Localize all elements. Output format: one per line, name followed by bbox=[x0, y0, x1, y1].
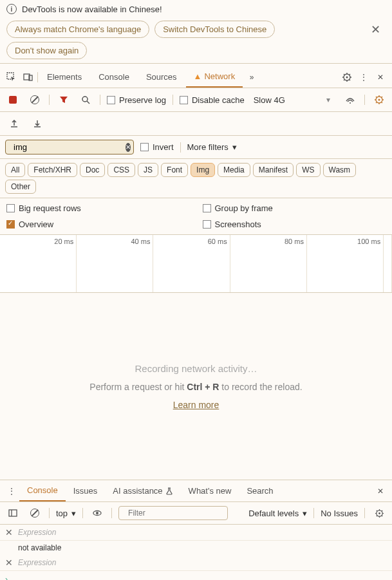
export-har-icon[interactable] bbox=[6, 116, 22, 131]
chip-css[interactable]: CSS bbox=[107, 163, 135, 177]
request-type-chips: AllFetch/XHRDocCSSJSFontImgMediaManifest… bbox=[0, 159, 392, 198]
svg-point-5 bbox=[82, 97, 88, 102]
recording-title: Recording network activity… bbox=[135, 363, 257, 374]
chevron-down-icon: ▾ bbox=[303, 509, 307, 518]
timeline-label: 40 ms bbox=[131, 238, 151, 245]
drawer-tab-issues[interactable]: Issues bbox=[66, 481, 106, 501]
svg-rect-10 bbox=[9, 510, 17, 516]
overview-checkbox[interactable]: Overview bbox=[6, 220, 190, 229]
record-button[interactable] bbox=[5, 92, 21, 108]
remove-expression-icon[interactable]: ✕ bbox=[5, 557, 13, 568]
learn-more-link[interactable]: Learn more bbox=[173, 400, 219, 410]
timeline-label: 100 ms bbox=[357, 238, 380, 245]
timeline-cell: 20 ms bbox=[0, 235, 77, 292]
tab-network[interactable]: ▲ Network bbox=[186, 66, 243, 88]
throttling-select[interactable]: Slow 4G bbox=[251, 94, 288, 106]
chip-img[interactable]: Img bbox=[191, 163, 215, 177]
console-settings-icon[interactable] bbox=[371, 505, 387, 521]
chevron-down-icon: ▾ bbox=[71, 509, 76, 518]
info-text: DevTools is now available in Chinese! bbox=[22, 5, 162, 14]
timeline-label: 60 ms bbox=[208, 238, 227, 245]
svg-point-9 bbox=[378, 99, 380, 101]
log-levels-select[interactable]: Default levels ▾ bbox=[248, 509, 307, 518]
always-match-language-button[interactable]: Always match Chrome's language bbox=[6, 21, 149, 38]
svg-line-6 bbox=[87, 101, 89, 104]
info-icon: i bbox=[6, 4, 17, 14]
throttle-dropdown-icon[interactable]: ▾ bbox=[321, 92, 336, 108]
more-tabs-icon[interactable]: » bbox=[244, 70, 259, 85]
timeline-overview[interactable]: 20 ms40 ms60 ms80 ms100 ms bbox=[0, 235, 392, 293]
filter-input[interactable] bbox=[14, 142, 122, 152]
close-infobar-icon[interactable]: ✕ bbox=[366, 23, 386, 37]
preserve-log-checkbox[interactable]: Preserve log bbox=[107, 95, 166, 105]
chip-fetch-xhr[interactable]: Fetch/XHR bbox=[28, 163, 77, 177]
console-toolbar: top ▾ Default levels ▾ No Issues bbox=[0, 502, 392, 525]
tab-sources[interactable]: Sources bbox=[138, 67, 185, 87]
group-by-frame-checkbox[interactable]: Group by frame bbox=[203, 203, 386, 213]
import-har-icon[interactable] bbox=[30, 116, 45, 131]
svg-point-15 bbox=[378, 512, 380, 514]
kebab-menu-icon[interactable]: ⋮ bbox=[356, 70, 371, 85]
console-prompt[interactable]: › bbox=[0, 571, 392, 580]
live-expression-icon[interactable] bbox=[89, 505, 105, 521]
console-filter-input[interactable] bbox=[118, 506, 228, 520]
drawer-tabs: ⋮ Console Issues AI assistance What's ne… bbox=[0, 480, 392, 502]
live-expression-row: ✕ Expression bbox=[0, 525, 392, 541]
device-toolbar-icon[interactable] bbox=[21, 70, 36, 85]
chip-ws[interactable]: WS bbox=[296, 163, 320, 177]
drawer-tab-search[interactable]: Search bbox=[239, 481, 281, 501]
drawer-kebab-icon[interactable]: ⋮ bbox=[4, 483, 19, 499]
timeline-label: 20 ms bbox=[54, 238, 73, 245]
timeline-cell: 60 ms bbox=[153, 235, 230, 292]
expression-placeholder[interactable]: Expression bbox=[18, 528, 56, 537]
chip-font[interactable]: Font bbox=[161, 163, 188, 177]
network-settings-icon[interactable] bbox=[371, 92, 387, 108]
big-request-rows-checkbox[interactable]: Big request rows bbox=[6, 203, 190, 213]
remove-expression-icon[interactable]: ✕ bbox=[5, 527, 13, 538]
filter-toggle-icon[interactable] bbox=[56, 92, 71, 108]
more-filters-dropdown[interactable]: More filters ▾ bbox=[187, 142, 237, 152]
network-conditions-icon[interactable] bbox=[342, 92, 358, 108]
inspect-element-icon[interactable] bbox=[4, 70, 19, 85]
expression-placeholder[interactable]: Expression bbox=[18, 558, 56, 567]
flask-icon bbox=[165, 487, 173, 495]
filter-input-wrap[interactable]: ✕ bbox=[5, 140, 134, 154]
empty-state: Recording network activity… Perform a re… bbox=[0, 293, 392, 480]
search-icon[interactable] bbox=[78, 92, 93, 108]
live-expression-row: ✕ Expression bbox=[0, 555, 392, 571]
tab-console[interactable]: Console bbox=[91, 67, 137, 87]
tab-elements[interactable]: Elements bbox=[39, 67, 89, 87]
switch-language-button[interactable]: Switch DevTools to Chinese bbox=[154, 21, 275, 38]
settings-icon[interactable] bbox=[339, 70, 355, 85]
chip-media[interactable]: Media bbox=[218, 163, 250, 177]
context-select[interactable]: top ▾ bbox=[56, 509, 76, 518]
screenshots-checkbox[interactable]: Screenshots bbox=[203, 220, 386, 229]
chip-manifest[interactable]: Manifest bbox=[253, 163, 294, 177]
dont-show-again-button[interactable]: Don't show again bbox=[6, 42, 87, 59]
drawer-tab-whatsnew[interactable]: What's new bbox=[181, 481, 239, 501]
chip-other[interactable]: Other bbox=[5, 180, 36, 194]
clear-filter-icon[interactable]: ✕ bbox=[126, 143, 131, 152]
timeline-cell: 100 ms bbox=[307, 235, 384, 292]
close-drawer-icon[interactable]: ✕ bbox=[373, 483, 388, 499]
clear-button[interactable] bbox=[27, 92, 42, 108]
timeline-label: 80 ms bbox=[285, 238, 304, 245]
main-tabs: Elements Console Sources ▲ Network » ⋮ ✕ bbox=[0, 64, 392, 88]
chevron-down-icon: ▾ bbox=[232, 142, 237, 152]
svg-point-13 bbox=[96, 512, 98, 514]
drawer-tab-console[interactable]: Console bbox=[19, 480, 66, 501]
issues-link[interactable]: No Issues bbox=[321, 509, 358, 518]
invert-checkbox[interactable]: Invert bbox=[140, 142, 174, 152]
drawer-tab-ai[interactable]: AI assistance bbox=[105, 481, 180, 501]
chip-all[interactable]: All bbox=[5, 163, 25, 177]
chip-doc[interactable]: Doc bbox=[80, 163, 105, 177]
chip-js[interactable]: JS bbox=[138, 163, 158, 177]
toggle-sidebar-icon[interactable] bbox=[5, 505, 21, 521]
disable-cache-checkbox[interactable]: Disable cache bbox=[180, 95, 245, 105]
chip-wasm[interactable]: Wasm bbox=[323, 163, 357, 177]
clear-console-icon[interactable] bbox=[27, 505, 42, 521]
close-devtools-icon[interactable]: ✕ bbox=[373, 70, 388, 85]
recording-hint: Perform a request or hit Ctrl + R to rec… bbox=[89, 382, 302, 392]
network-toolbar: Preserve log Disable cache Slow 4G ▾ bbox=[0, 88, 392, 112]
timeline-cell: 80 ms bbox=[230, 235, 307, 292]
